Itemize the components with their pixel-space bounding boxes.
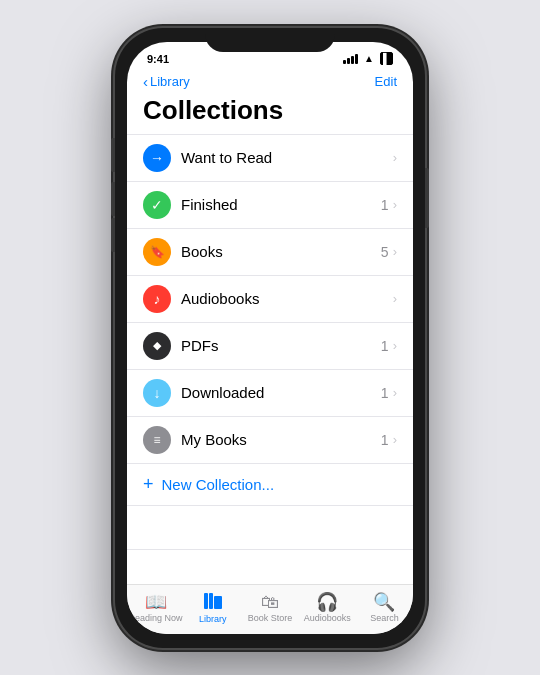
my-books-chevron-icon: ›	[393, 432, 397, 447]
content-area: ‹ Library Edit Collections → Want to Rea…	[127, 70, 413, 584]
new-collection-label: New Collection...	[162, 476, 275, 493]
want-to-read-chevron-icon: ›	[393, 150, 397, 165]
downloaded-label: Downloaded	[181, 384, 381, 401]
nav-back-button[interactable]: ‹ Library	[143, 74, 190, 89]
collection-item-downloaded[interactable]: ↓ Downloaded 1 ›	[127, 369, 413, 416]
downloaded-icon: ↓	[143, 379, 171, 407]
reading-now-tab-label: Reading Now	[129, 613, 183, 623]
pdfs-count: 1	[381, 338, 389, 354]
nav-edit-button[interactable]: Edit	[375, 74, 397, 89]
svg-rect-2	[214, 596, 222, 609]
nav-bar: ‹ Library Edit	[127, 70, 413, 93]
pdfs-icon: ◆	[143, 332, 171, 360]
back-chevron-icon: ‹	[143, 74, 148, 89]
tab-audiobooks[interactable]: 🎧 Audiobooks	[299, 593, 356, 623]
tab-search[interactable]: 🔍 Search	[356, 593, 413, 623]
my-books-count: 1	[381, 432, 389, 448]
books-icon: 🔖	[143, 238, 171, 266]
finished-icon: ✓	[143, 191, 171, 219]
books-chevron-icon: ›	[393, 244, 397, 259]
status-icons: ▲ ▌	[343, 52, 393, 65]
collection-item-finished[interactable]: ✓ Finished 1 ›	[127, 181, 413, 228]
pdfs-label: PDFs	[181, 337, 381, 354]
plus-icon: +	[143, 474, 154, 495]
audiobooks-label: Audiobooks	[181, 290, 389, 307]
nav-back-label: Library	[150, 74, 190, 89]
audiobooks-tab-icon: 🎧	[316, 593, 338, 611]
audiobooks-chevron-icon: ›	[393, 291, 397, 306]
collection-item-audiobooks[interactable]: ♪ Audiobooks ›	[127, 275, 413, 322]
tab-library[interactable]: Library	[184, 593, 241, 624]
book-store-tab-label: Book Store	[248, 613, 293, 623]
reading-now-tab-icon: 📖	[145, 593, 167, 611]
library-tab-icon	[204, 593, 222, 612]
finished-chevron-icon: ›	[393, 197, 397, 212]
tab-reading-now[interactable]: 📖 Reading Now	[127, 593, 184, 623]
tab-book-store[interactable]: 🛍 Book Store	[241, 593, 298, 623]
want-to-read-label: Want to Read	[181, 149, 389, 166]
phone-frame: 9:41 ▲ ▌ ‹ Library Edit	[115, 28, 425, 648]
wifi-icon: ▲	[364, 53, 374, 64]
downloaded-count: 1	[381, 385, 389, 401]
collection-item-pdfs[interactable]: ◆ PDFs 1 ›	[127, 322, 413, 369]
search-tab-icon: 🔍	[373, 593, 395, 611]
my-books-label: My Books	[181, 431, 381, 448]
tab-bar: 📖 Reading Now Library 🛍 Book Store	[127, 584, 413, 634]
books-label: Books	[181, 243, 381, 260]
screen: 9:41 ▲ ▌ ‹ Library Edit	[127, 42, 413, 634]
finished-count: 1	[381, 197, 389, 213]
new-collection-button[interactable]: + New Collection...	[127, 463, 413, 505]
pdfs-chevron-icon: ›	[393, 338, 397, 353]
my-books-icon: ≡	[143, 426, 171, 454]
signal-bars-icon	[343, 54, 358, 64]
svg-rect-0	[204, 593, 208, 609]
downloaded-chevron-icon: ›	[393, 385, 397, 400]
page-title: Collections	[127, 93, 413, 134]
audiobooks-tab-label: Audiobooks	[304, 613, 351, 623]
audiobooks-icon: ♪	[143, 285, 171, 313]
finished-label: Finished	[181, 196, 381, 213]
status-time: 9:41	[147, 53, 169, 65]
collection-item-want-to-read[interactable]: → Want to Read ›	[127, 134, 413, 181]
empty-row-1	[127, 505, 413, 549]
empty-row-2	[127, 549, 413, 584]
collection-list: → Want to Read › ✓ Finished 1 ›	[127, 134, 413, 463]
library-tab-label: Library	[199, 614, 227, 624]
notch	[205, 28, 335, 52]
collection-item-my-books[interactable]: ≡ My Books 1 ›	[127, 416, 413, 463]
want-to-read-icon: →	[143, 144, 171, 172]
battery-icon: ▌	[380, 52, 393, 65]
svg-rect-1	[209, 593, 213, 609]
collection-item-books[interactable]: 🔖 Books 5 ›	[127, 228, 413, 275]
books-count: 5	[381, 244, 389, 260]
book-store-tab-icon: 🛍	[261, 593, 279, 611]
search-tab-label: Search	[370, 613, 399, 623]
